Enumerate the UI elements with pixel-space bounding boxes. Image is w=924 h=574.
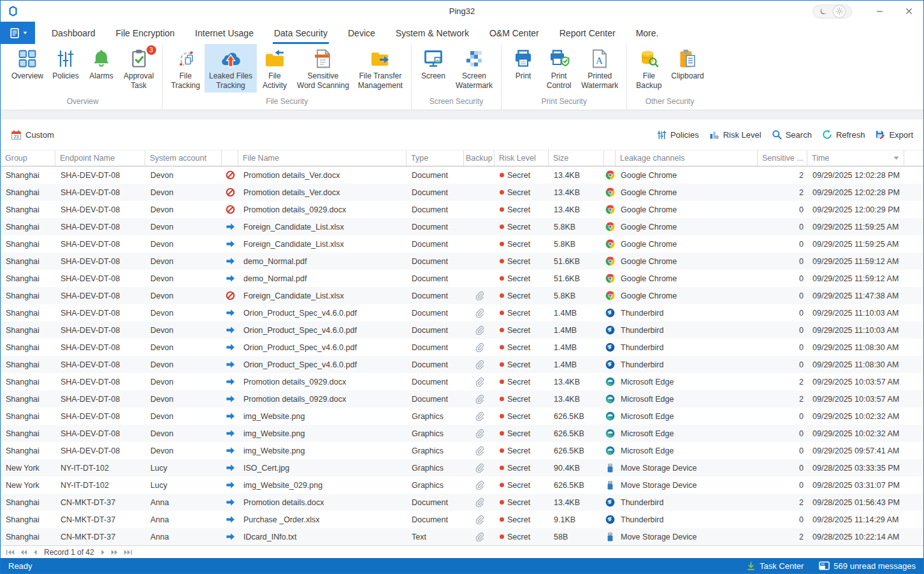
table-row[interactable]: ShanghaiSHA-DEV-DT-08DevonForeign_Candid… [1, 287, 923, 304]
tab-file-encryption[interactable]: File Encryption [106, 22, 185, 44]
table-row[interactable]: ShanghaiCN-MKT-DT-37AnnaPurchase _Order.… [1, 511, 923, 528]
ribbon-item-sensitive-word-scanning[interactable]: SensitiveWord Scanning [292, 44, 354, 92]
table-row[interactable]: ShanghaiSHA-DEV-DT-08DevonOrion_Product_… [1, 321, 923, 339]
table-row[interactable]: ShanghaiSHA-DEV-DT-08DevonOrion_Product_… [1, 304, 923, 321]
column-header-filename[interactable]: File Name [238, 151, 407, 166]
ribbon-item-file-transfer-management[interactable]: File TransferManagement [354, 44, 407, 92]
ribbon-item-printed-watermark[interactable]: APrintedWatermark [577, 44, 623, 92]
svg-text:A: A [596, 55, 603, 66]
table-row[interactable]: ShanghaiSHA-DEV-DT-08DevonOrion_Product_… [1, 356, 923, 373]
cell-channel-icon [604, 429, 616, 438]
ribbon-item-file-activity[interactable]: FileActivity [257, 44, 292, 92]
custom-date-button[interactable]: 23 Custom [11, 129, 54, 140]
ribbon-item-screen[interactable]: Screen [415, 44, 451, 83]
column-header-time[interactable]: Time [807, 151, 904, 166]
nav-last-button[interactable] [124, 549, 133, 556]
ribbon-item-clipboard[interactable]: Clipboard [667, 44, 708, 83]
table-row[interactable]: ShanghaiCN-MKT-DT-37AnnaPromotion detail… [1, 494, 923, 511]
column-header-type[interactable]: Type [407, 151, 464, 166]
column-header-size[interactable]: Size [549, 151, 604, 166]
table-row[interactable]: New YorkNY-IT-DT-102LucyISO_Cert.jpgGrap… [1, 459, 923, 476]
column-header-fileicon[interactable] [222, 151, 238, 166]
table-row[interactable]: ShanghaiSHA-DEV-DT-08DevonPromotion deta… [1, 201, 923, 218]
cell-account: Devon [145, 326, 222, 335]
theme-toggle[interactable] [812, 4, 852, 18]
sent-icon [226, 429, 235, 438]
column-header-channel[interactable]: Leakage channels [616, 151, 758, 166]
task-center-button[interactable]: Task Center [746, 561, 804, 571]
table-row[interactable]: ShanghaiSHA-DEV-DT-08Devonimg_Website.pn… [1, 442, 923, 459]
cell-channel: Google Chrome [616, 240, 758, 249]
table-row[interactable]: ShanghaiSHA-DEV-DT-08DevonPromotion deta… [1, 390, 923, 408]
column-header-group[interactable]: Group [1, 151, 55, 166]
search-button[interactable]: Search [772, 129, 812, 140]
risk-label: Secret [507, 343, 530, 352]
column-header-chicon[interactable] [604, 151, 616, 166]
ribbon-item-leaked-files-tracking[interactable]: Leaked FilesTracking [205, 44, 257, 92]
table-row[interactable]: ShanghaiCN-MKT-DT-37AnnaIDcard_INfo.txtT… [1, 528, 923, 545]
column-header-filler[interactable] [904, 151, 923, 166]
ribbon-item-print-control[interactable]: PrintControl [541, 44, 577, 92]
light-theme-toggle[interactable] [834, 6, 845, 17]
tab-more[interactable]: More. [626, 22, 669, 44]
moon-icon[interactable] [819, 7, 828, 15]
column-header-sensitive[interactable]: Sensitive ... [758, 151, 807, 166]
sent-icon [226, 394, 235, 404]
table-row[interactable]: ShanghaiSHA-DEV-DT-08Devondemo_Normal.pd… [1, 253, 923, 270]
minimize-button[interactable] [865, 1, 894, 22]
ribbon-item-label: File TransferManagement [358, 71, 403, 91]
ribbon-item-print[interactable]: Print [505, 44, 541, 83]
nav-prev-page-button[interactable] [20, 549, 27, 556]
nav-prev-button[interactable] [33, 549, 38, 556]
column-header-account[interactable]: System account [145, 151, 222, 166]
table-row[interactable]: ShanghaiSHA-DEV-DT-08DevonPromotion deta… [1, 184, 923, 201]
risk-dot-icon [500, 517, 504, 522]
nav-first-button[interactable] [6, 549, 15, 556]
table-row[interactable]: New YorkNY-IT-DT-102Lucyimg_Website_029.… [1, 476, 923, 494]
overview-icon [17, 48, 38, 70]
cell-channel-icon [604, 394, 616, 404]
risk-level-button[interactable]: Risk Level [709, 129, 762, 140]
column-header-risk[interactable]: Risk Level [494, 151, 549, 166]
table-row[interactable]: ShanghaiSHA-DEV-DT-08Devondemo_Normal.pd… [1, 270, 923, 287]
ribbon-item-policies[interactable]: Policies [48, 44, 83, 83]
cell-file-icon [222, 411, 238, 421]
cell-file-icon [222, 463, 238, 473]
tab-data-security[interactable]: Data Security [264, 22, 338, 44]
risk-label: Secret [507, 291, 530, 300]
cell-file-icon [222, 394, 238, 404]
table-row[interactable]: ShanghaiSHA-DEV-DT-08Devonimg_Website.pn… [1, 425, 923, 442]
ribbon-item-approval-task[interactable]: 3ApprovalTask [119, 44, 158, 92]
cell-channel: Google Chrome [616, 223, 758, 232]
ribbon-item-screen-watermark[interactable]: ScreenWatermark [451, 44, 497, 92]
tab-dashboard[interactable]: Dashboard [41, 22, 106, 44]
tab-system-network[interactable]: System & Network [386, 22, 479, 44]
ribbon-item-overview[interactable]: Overview [7, 44, 48, 83]
table-row[interactable]: ShanghaiSHA-DEV-DT-08DevonPromotion deta… [1, 373, 923, 390]
app-menu-button[interactable] [1, 22, 35, 44]
cell-group: Shanghai [1, 309, 55, 318]
export-button[interactable]: Export [875, 129, 913, 140]
table-row[interactable]: ShanghaiSHA-DEV-DT-08DevonPromotion deta… [1, 166, 923, 184]
table-row[interactable]: ShanghaiSHA-DEV-DT-08Devonimg_Website.pn… [1, 408, 923, 425]
column-header-backup[interactable]: Backup [464, 151, 494, 166]
refresh-button[interactable]: Refresh [822, 129, 865, 140]
cell-time: 09/28/2025 03:33:35 PM [807, 464, 904, 473]
tab-internet-usage[interactable]: Internet Usage [185, 22, 264, 44]
ribbon-item-file-tracking[interactable]: FileTracking [166, 44, 205, 92]
tab-report-center[interactable]: Report Center [549, 22, 626, 44]
nav-next-button[interactable] [101, 549, 105, 556]
tab-o-m-center[interactable]: O&M Center [479, 22, 549, 44]
unread-messages-button[interactable]: 569 unread messages [819, 561, 916, 571]
close-button[interactable] [894, 1, 923, 22]
tab-device[interactable]: Device [338, 22, 386, 44]
table-row[interactable]: ShanghaiSHA-DEV-DT-08DevonOrion_Product_… [1, 339, 923, 356]
column-header-endpoint[interactable]: Endpoint Name [55, 151, 145, 166]
table-row[interactable]: ShanghaiSHA-DEV-DT-08DevonForeign_Candid… [1, 235, 923, 253]
edge-icon [605, 446, 615, 455]
ribbon-item-file-backup[interactable]: FileBackup [631, 44, 667, 92]
table-row[interactable]: ShanghaiSHA-DEV-DT-08DevonForeign_Candid… [1, 218, 923, 235]
ribbon-item-alarms[interactable]: Alarms [83, 44, 119, 83]
policies-button[interactable]: Policies [657, 130, 699, 140]
nav-next-page-button[interactable] [111, 549, 118, 556]
